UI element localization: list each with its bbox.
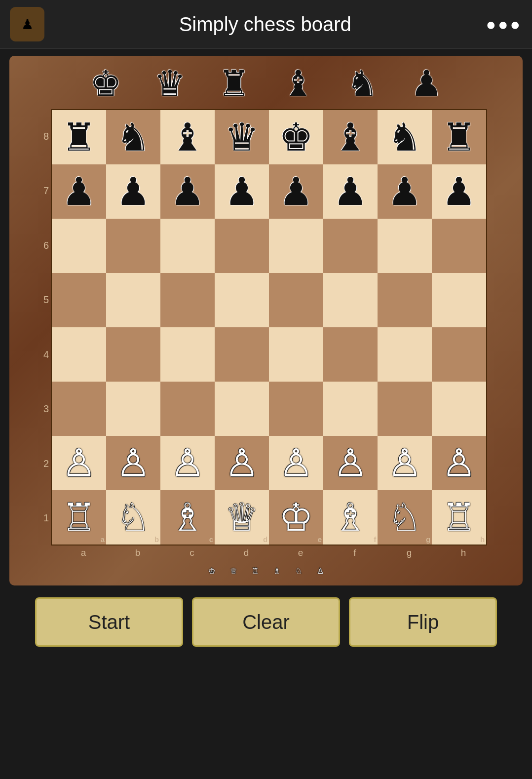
piece-h7: ♟ <box>442 172 476 211</box>
square-b5[interactable] <box>106 273 160 327</box>
square-f4[interactable] <box>323 327 378 382</box>
inline-file-label-f: f <box>374 535 376 544</box>
square-b6[interactable] <box>106 219 160 273</box>
piece-b1: ♘ <box>116 498 151 537</box>
square-a7[interactable]: ♟ <box>52 164 106 219</box>
square-d7[interactable]: ♟ <box>215 164 269 219</box>
square-f6[interactable] <box>323 219 378 273</box>
square-c7[interactable]: ♟ <box>160 164 215 219</box>
square-e1[interactable]: ♔e <box>269 490 323 545</box>
square-f5[interactable] <box>323 273 378 327</box>
square-b8[interactable]: ♞ <box>106 110 160 164</box>
white-piece-picker: ♔ ♕ ♖ ♗ ♘ ♙ <box>208 563 324 579</box>
pick-white-bishop[interactable]: ♗ <box>273 566 280 576</box>
pick-white-queen[interactable]: ♕ <box>230 566 237 576</box>
square-f7[interactable]: ♟ <box>323 164 378 219</box>
file-label-b: b <box>111 545 165 558</box>
square-e8[interactable]: ♚ <box>269 110 323 164</box>
square-b2[interactable]: ♙ <box>106 436 160 490</box>
pick-white-knight[interactable]: ♘ <box>295 566 302 576</box>
square-d6[interactable] <box>215 219 269 273</box>
square-e5[interactable] <box>269 273 323 327</box>
square-c3[interactable] <box>160 382 215 436</box>
inline-file-label-c: c <box>209 535 213 544</box>
piece-c8: ♝ <box>170 118 205 156</box>
pick-black-rook[interactable]: ♜ <box>209 66 259 101</box>
square-h5[interactable] <box>432 273 486 327</box>
rank-label-4: 4 <box>43 327 49 382</box>
square-d1[interactable]: ♕d <box>215 490 269 545</box>
square-a5[interactable] <box>52 273 106 327</box>
piece-g8: ♞ <box>387 118 422 156</box>
square-a8[interactable]: ♜ <box>52 110 106 164</box>
square-a1[interactable]: ♖a <box>52 490 106 545</box>
pick-black-queen[interactable]: ♛ <box>145 66 194 101</box>
square-g4[interactable] <box>378 327 432 382</box>
square-h2[interactable]: ♙ <box>432 436 486 490</box>
square-d3[interactable] <box>215 382 269 436</box>
square-c6[interactable] <box>160 219 215 273</box>
square-f1[interactable]: ♗f <box>323 490 378 545</box>
file-label-a: a <box>56 545 111 558</box>
square-h8[interactable]: ♜ <box>432 110 486 164</box>
square-d4[interactable] <box>215 327 269 382</box>
inline-file-label-g: g <box>426 535 430 544</box>
piece-a1: ♖ <box>62 498 96 537</box>
pick-black-bishop[interactable]: ♝ <box>273 66 323 101</box>
square-e4[interactable] <box>269 327 323 382</box>
square-h1[interactable]: ♖h <box>432 490 486 545</box>
square-a3[interactable] <box>52 382 106 436</box>
square-e7[interactable]: ♟ <box>269 164 323 219</box>
square-e3[interactable] <box>269 382 323 436</box>
square-g8[interactable]: ♞ <box>378 110 432 164</box>
square-f3[interactable] <box>323 382 378 436</box>
square-f8[interactable]: ♝ <box>323 110 378 164</box>
square-b3[interactable] <box>106 382 160 436</box>
square-d2[interactable]: ♙ <box>215 436 269 490</box>
square-g1[interactable]: ♘g <box>378 490 432 545</box>
square-a4[interactable] <box>52 327 106 382</box>
piece-b7: ♟ <box>116 172 151 211</box>
square-h3[interactable] <box>432 382 486 436</box>
square-g5[interactable] <box>378 273 432 327</box>
more-menu-button[interactable]: ●●● <box>486 15 522 34</box>
pick-black-knight[interactable]: ♞ <box>338 66 387 101</box>
square-h7[interactable]: ♟ <box>432 164 486 219</box>
square-g2[interactable]: ♙ <box>378 436 432 490</box>
pick-black-king[interactable]: ♚ <box>81 66 130 101</box>
clear-button[interactable]: Clear <box>192 597 340 647</box>
piece-d7: ♟ <box>225 172 259 211</box>
inline-file-label-b: b <box>154 535 159 544</box>
pick-black-pawn[interactable]: ♟ <box>402 66 451 101</box>
square-c5[interactable] <box>160 273 215 327</box>
square-b4[interactable] <box>106 327 160 382</box>
square-d5[interactable] <box>215 273 269 327</box>
square-g6[interactable] <box>378 219 432 273</box>
pick-white-pawn[interactable]: ♙ <box>317 566 324 576</box>
pick-white-king[interactable]: ♔ <box>208 566 215 576</box>
piece-h8: ♜ <box>442 118 476 156</box>
square-h6[interactable] <box>432 219 486 273</box>
action-buttons: Start Clear Flip <box>35 597 497 647</box>
square-f2[interactable]: ♙ <box>323 436 378 490</box>
square-b7[interactable]: ♟ <box>106 164 160 219</box>
square-c1[interactable]: ♗c <box>160 490 215 545</box>
square-d8[interactable]: ♛ <box>215 110 269 164</box>
square-g3[interactable] <box>378 382 432 436</box>
square-c4[interactable] <box>160 327 215 382</box>
file-label-f: f <box>328 545 382 558</box>
piece-f8: ♝ <box>333 118 368 156</box>
piece-e2: ♙ <box>279 444 313 482</box>
start-button[interactable]: Start <box>35 597 183 647</box>
square-e6[interactable] <box>269 219 323 273</box>
square-c2[interactable]: ♙ <box>160 436 215 490</box>
square-h4[interactable] <box>432 327 486 382</box>
square-b1[interactable]: ♘b <box>106 490 160 545</box>
square-a6[interactable] <box>52 219 106 273</box>
square-a2[interactable]: ♙ <box>52 436 106 490</box>
square-g7[interactable]: ♟ <box>378 164 432 219</box>
square-e2[interactable]: ♙ <box>269 436 323 490</box>
pick-white-rook[interactable]: ♖ <box>252 566 259 576</box>
square-c8[interactable]: ♝ <box>160 110 215 164</box>
flip-button[interactable]: Flip <box>349 597 497 647</box>
